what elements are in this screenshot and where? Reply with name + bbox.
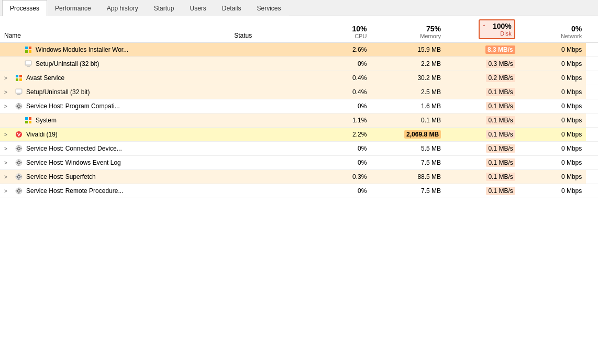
process-status-cell bbox=[230, 85, 304, 99]
process-name-text: Avast Service bbox=[26, 74, 64, 82]
process-disk-cell: 0.1 MB/s bbox=[445, 156, 519, 170]
table-row[interactable]: > Avast Service0.4%30.2 MB0.2 MB/s0 Mbps bbox=[0, 71, 598, 85]
table-row[interactable]: > Vivaldi (19)2.2%2,069.8 MB0.1 MB/s0 Mb… bbox=[0, 128, 598, 142]
tab-app-history[interactable]: App history bbox=[99, 0, 146, 16]
processes-table: Name Status 10% CPU 75% Memory bbox=[0, 16, 598, 198]
process-disk-cell: 0.1 MB/s bbox=[445, 142, 519, 156]
process-network-cell: 0 Mbps bbox=[519, 43, 586, 57]
col-header-status[interactable]: Status bbox=[230, 16, 304, 43]
process-status-cell bbox=[230, 57, 304, 71]
service-host-icon bbox=[15, 158, 23, 167]
task-manager-window: Processes Performance App history Startu… bbox=[0, 0, 598, 360]
process-network-cell: 0 Mbps bbox=[519, 85, 586, 99]
table-row[interactable]: > Service Host: Superfetch0.3%88.5 MB0.1… bbox=[0, 170, 598, 184]
svg-rect-0 bbox=[25, 47, 28, 49]
process-network-cell: 0 Mbps bbox=[519, 128, 586, 142]
process-network-cell: 0 Mbps bbox=[519, 99, 586, 113]
col-header-name[interactable]: Name bbox=[0, 16, 230, 43]
table-row[interactable]: > Service Host: Connected Device...0%5.5… bbox=[0, 142, 598, 156]
process-name-text: Service Host: Superfetch bbox=[26, 173, 96, 180]
windows-modules-icon bbox=[24, 116, 32, 124]
windows-modules-icon bbox=[15, 74, 23, 82]
process-memory-cell: 0.1 MB bbox=[371, 113, 445, 128]
table-row[interactable]: > Service Host: Windows Event Log0%7.5 M… bbox=[0, 156, 598, 170]
process-memory-cell: 30.2 MB bbox=[371, 71, 445, 85]
process-name-text: Service Host: Program Compati... bbox=[26, 103, 120, 110]
svg-rect-8 bbox=[19, 75, 22, 77]
process-cpu-cell: 0.4% bbox=[304, 71, 371, 85]
col-header-memory[interactable]: 75% Memory bbox=[371, 16, 445, 43]
process-name-cell: > Service Host: Connected Device... bbox=[0, 142, 230, 156]
process-memory-cell: 7.5 MB bbox=[371, 184, 445, 198]
process-network-cell: 0 Mbps bbox=[519, 113, 586, 128]
col-header-cpu[interactable]: 10% CPU bbox=[304, 16, 371, 43]
process-network-cell: 0 Mbps bbox=[519, 71, 586, 85]
process-status-cell bbox=[230, 71, 304, 85]
disk-highlight-light: 0.1 MB/s bbox=[486, 88, 515, 96]
tab-users[interactable]: Users bbox=[182, 0, 214, 16]
svg-rect-12 bbox=[16, 89, 21, 93]
table-header-row: Name Status 10% CPU 75% Memory bbox=[0, 16, 598, 43]
svg-rect-9 bbox=[16, 78, 18, 81]
expand-button[interactable]: > bbox=[4, 188, 12, 194]
col-header-network[interactable]: 0% Network bbox=[519, 16, 586, 43]
process-network-cell: 0 Mbps bbox=[519, 142, 586, 156]
disk-highlight-light: 0.1 MB/s bbox=[486, 130, 515, 139]
process-name-cell: Setup/Uninstall (32 bit) bbox=[0, 57, 230, 71]
process-name-cell: > Vivaldi (19) bbox=[0, 128, 230, 142]
process-memory-cell: 15.9 MB bbox=[371, 43, 445, 57]
setup-icon bbox=[24, 60, 32, 68]
process-memory-cell: 88.5 MB bbox=[371, 170, 445, 184]
process-status-cell bbox=[230, 156, 304, 170]
process-disk-cell: 0.1 MB/s bbox=[445, 184, 519, 198]
service-host-icon bbox=[15, 187, 23, 195]
tab-details[interactable]: Details bbox=[214, 0, 249, 16]
process-name-text: Service Host: Remote Procedure... bbox=[26, 187, 123, 195]
process-network-cell: 0 Mbps bbox=[519, 184, 586, 198]
expand-button[interactable]: > bbox=[4, 89, 12, 95]
col-header-disk[interactable]: ⌄ 100% Disk bbox=[445, 16, 519, 43]
tab-processes[interactable]: Processes bbox=[2, 0, 47, 16]
svg-rect-13 bbox=[17, 94, 20, 95]
process-status-cell bbox=[230, 142, 304, 156]
memory-highlight: 2,069.8 MB bbox=[404, 130, 441, 139]
process-name-text: Service Host: Connected Device... bbox=[26, 145, 122, 152]
process-memory-cell: 2.5 MB bbox=[371, 85, 445, 99]
process-status-cell bbox=[230, 99, 304, 113]
tab-services[interactable]: Services bbox=[249, 0, 289, 16]
table-row[interactable]: > Setup/Uninstall (32 bit)0.4%2.5 MB0.1 … bbox=[0, 85, 598, 99]
expand-button[interactable]: > bbox=[4, 146, 12, 152]
tab-bar: Processes Performance App history Startu… bbox=[0, 0, 598, 16]
process-network-cell: 0 Mbps bbox=[519, 57, 586, 71]
service-host-icon bbox=[15, 144, 23, 153]
process-disk-cell: 0.1 MB/s bbox=[445, 170, 519, 184]
table-row[interactable]: > Service Host: Program Compati...0%1.6 … bbox=[0, 99, 598, 113]
table-row[interactable]: Setup/Uninstall (32 bit)0%2.2 MB0.3 MB/s… bbox=[0, 57, 598, 71]
table-row[interactable]: System1.1%0.1 MB0.1 MB/s0 Mbps bbox=[0, 113, 598, 128]
svg-rect-2 bbox=[25, 50, 28, 53]
table-row[interactable]: > Service Host: Remote Procedure...0%7.5… bbox=[0, 184, 598, 198]
process-name-cell: > Service Host: Remote Procedure... bbox=[0, 184, 230, 198]
expand-button[interactable]: > bbox=[4, 104, 12, 109]
tab-startup[interactable]: Startup bbox=[146, 0, 182, 16]
process-disk-cell: 8.3 MB/s bbox=[445, 43, 519, 57]
process-cpu-cell: 0% bbox=[304, 57, 371, 71]
disk-highlight-light: 0.1 MB/s bbox=[486, 102, 515, 110]
process-network-cell: 0 Mbps bbox=[519, 156, 586, 170]
process-name-text: Windows Modules Installer Wor... bbox=[36, 46, 128, 53]
table-row[interactable]: Windows Modules Installer Wor...2.6%15.9… bbox=[0, 43, 598, 57]
process-name-text: Setup/Uninstall (32 bit) bbox=[26, 88, 90, 96]
process-status-cell bbox=[230, 184, 304, 198]
expand-button[interactable]: > bbox=[4, 132, 12, 138]
disk-highlight-light: 0.1 MB/s bbox=[486, 187, 515, 195]
process-cpu-cell: 0% bbox=[304, 99, 371, 113]
process-name-cell: Windows Modules Installer Wor... bbox=[0, 43, 230, 57]
tab-performance[interactable]: Performance bbox=[47, 0, 99, 16]
service-host-icon bbox=[15, 102, 23, 110]
disk-highlight-light: 0.2 MB/s bbox=[486, 74, 515, 82]
expand-button[interactable]: > bbox=[4, 75, 12, 81]
expand-button[interactable]: > bbox=[4, 174, 12, 180]
disk-highlight-light: 0.1 MB/s bbox=[486, 173, 515, 181]
process-network-cell: 0 Mbps bbox=[519, 170, 586, 184]
expand-button[interactable]: > bbox=[4, 160, 12, 166]
